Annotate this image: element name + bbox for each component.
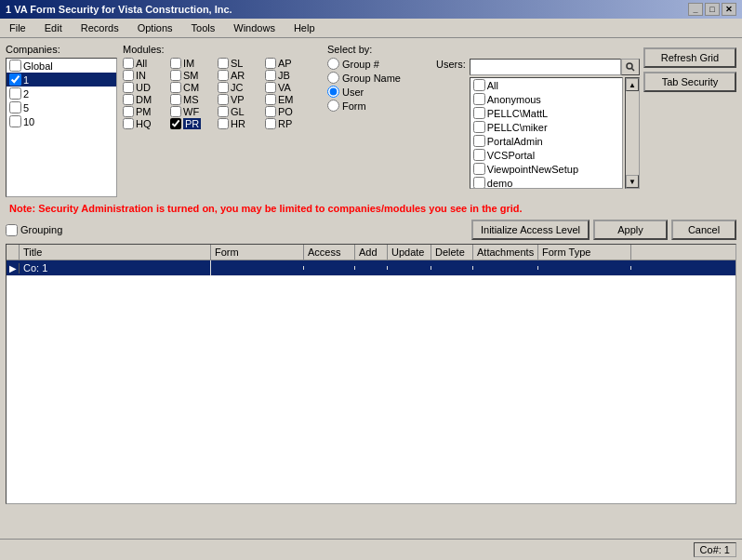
menu-edit[interactable]: Edit <box>39 20 68 35</box>
user-vcsportal[interactable]: VCSPortal <box>470 148 622 162</box>
menu-file[interactable]: File <box>4 20 32 35</box>
user-portaladmin[interactable]: PortalAdmin <box>470 134 622 148</box>
maximize-button[interactable]: □ <box>705 3 720 16</box>
table-row[interactable]: ▶ Co: 1 <box>7 260 735 276</box>
refresh-grid-button[interactable]: Refresh Grid <box>643 47 736 68</box>
initialize-access-level-button[interactable]: Initialize Access Level <box>471 220 590 240</box>
module-va[interactable]: VA <box>265 82 311 93</box>
radio-user-label: User <box>342 87 364 98</box>
module-po[interactable]: PO <box>265 106 311 117</box>
company-10-checkbox[interactable] <box>9 115 21 127</box>
grouping-checkbox[interactable] <box>6 224 18 236</box>
grid-header-update: Update <box>388 245 431 260</box>
grid-header-form-type: Form Type <box>538 245 631 260</box>
close-button[interactable]: ✕ <box>722 3 736 16</box>
grid-header-add: Add <box>355 245 388 260</box>
module-sm[interactable]: SM <box>170 70 217 81</box>
module-hq[interactable]: HQ <box>123 118 169 129</box>
module-all[interactable]: All <box>123 58 169 69</box>
company-5-checkbox[interactable] <box>9 101 21 113</box>
menu-help[interactable]: Help <box>288 20 321 35</box>
right-action-buttons: Refresh Grid Tab Security <box>643 44 736 92</box>
company-5-label: 5 <box>23 102 29 113</box>
grid-header: Title Form Access Add Update Delete Atta… <box>7 245 735 260</box>
module-dm[interactable]: DM <box>123 94 169 105</box>
modules-label: Modules: <box>123 44 318 55</box>
users-list[interactable]: All Anonymous PELLC\MattL PELLC\miker Po… <box>470 77 623 189</box>
window-controls: _ □ ✕ <box>688 3 736 16</box>
radio-group-name-input[interactable] <box>327 72 339 84</box>
radio-user[interactable]: User <box>327 86 427 98</box>
module-wf[interactable]: WF <box>170 106 217 117</box>
note-bar: Note: Security Administration is turned … <box>6 201 736 216</box>
status-panel: Co#: 1 <box>694 542 736 557</box>
grid-area[interactable]: Title Form Access Add Update Delete Atta… <box>6 244 736 504</box>
grouping-label: Grouping <box>20 224 62 235</box>
company-global[interactable]: Global <box>7 59 116 73</box>
radio-group-num[interactable]: Group # <box>327 58 427 70</box>
company-1[interactable]: 1 <box>7 73 116 87</box>
user-demo[interactable]: demo <box>470 176 622 189</box>
radio-user-input[interactable] <box>327 86 339 98</box>
module-jc[interactable]: JC <box>218 82 264 93</box>
module-ap[interactable]: AP <box>265 58 311 69</box>
grid-header-access: Access <box>304 245 355 260</box>
row-form-type <box>538 266 631 270</box>
user-all[interactable]: All <box>470 78 622 92</box>
menu-options[interactable]: Options <box>132 20 179 35</box>
companies-list[interactable]: Global 1 2 5 10 <box>6 58 117 197</box>
company-5[interactable]: 5 <box>7 100 116 114</box>
users-search-box <box>470 59 640 75</box>
title-bar: 1 VA Form Security for Vista Constructio… <box>0 0 742 19</box>
company-1-checkbox[interactable] <box>9 73 21 86</box>
company-10-label: 10 <box>23 116 34 127</box>
module-pr[interactable]: PR <box>170 118 217 129</box>
user-anonymous[interactable]: Anonymous <box>470 92 622 106</box>
company-2[interactable]: 2 <box>7 87 116 100</box>
grid-arrow-header <box>7 245 20 260</box>
modules-panel: Modules: All IM SL AP IN SM AR JB UD CM … <box>123 44 318 197</box>
module-em[interactable]: EM <box>265 94 311 105</box>
menu-tools[interactable]: Tools <box>186 20 221 35</box>
module-hr[interactable]: HR <box>218 118 264 129</box>
radio-group-name[interactable]: Group Name <box>327 72 427 84</box>
user-viewpointnewsetup[interactable]: ViewpointNewSetup <box>470 162 622 176</box>
module-im[interactable]: IM <box>170 58 217 69</box>
module-ar[interactable]: AR <box>218 70 264 81</box>
radio-form-input[interactable] <box>327 100 339 112</box>
module-pm[interactable]: PM <box>123 106 169 117</box>
scroll-up-button[interactable]: ▲ <box>626 78 639 91</box>
module-cm[interactable]: CM <box>170 82 217 93</box>
tab-security-button[interactable]: Tab Security <box>643 72 736 92</box>
companies-label: Companies: <box>6 44 117 55</box>
company-2-label: 2 <box>23 88 29 100</box>
menu-windows[interactable]: Windows <box>228 20 281 35</box>
company-global-checkbox[interactable] <box>9 60 21 72</box>
company-10[interactable]: 10 <box>7 114 116 128</box>
module-ms[interactable]: MS <box>170 94 217 105</box>
user-mattl[interactable]: PELLC\MattL <box>470 106 622 120</box>
cancel-button[interactable]: Cancel <box>671 220 736 240</box>
radio-form[interactable]: Form <box>327 100 427 112</box>
module-ud[interactable]: UD <box>123 82 169 93</box>
row-access <box>304 266 355 270</box>
menu-records[interactable]: Records <box>75 20 125 35</box>
scroll-down-button[interactable]: ▼ <box>626 175 639 188</box>
module-sl[interactable]: SL <box>218 58 264 69</box>
users-search-input[interactable] <box>470 59 621 75</box>
module-vp[interactable]: VP <box>218 94 264 105</box>
users-search-button[interactable] <box>621 59 640 75</box>
users-scrollbar[interactable]: ▲ ▼ <box>625 77 640 189</box>
module-gl[interactable]: GL <box>218 106 264 117</box>
module-in[interactable]: IN <box>123 70 169 81</box>
apply-button[interactable]: Apply <box>593 220 668 240</box>
module-rp[interactable]: RP <box>265 118 311 129</box>
company-2-checkbox[interactable] <box>9 87 21 100</box>
minimize-button[interactable]: _ <box>688 3 703 16</box>
module-jb[interactable]: JB <box>265 70 311 81</box>
company-global-label: Global <box>23 60 53 72</box>
menu-bar: File Edit Records Options Tools Windows … <box>0 19 742 38</box>
svg-point-0 <box>627 63 632 69</box>
radio-group-num-input[interactable] <box>327 58 339 70</box>
user-miker[interactable]: PELLC\miker <box>470 120 622 134</box>
